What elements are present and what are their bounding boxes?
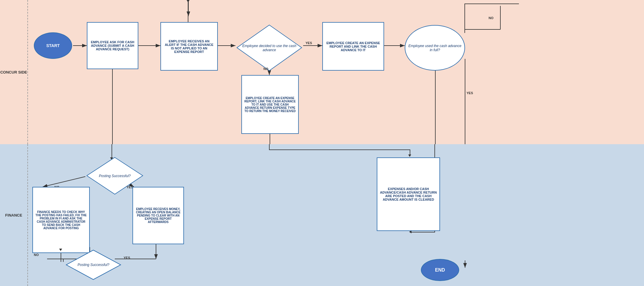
create-report-link-node: EMPLOYEE CREATE AN EXPENSE REPORT AND LI… [322, 22, 384, 71]
alert-not-applied-node: EMPLOYEE RECEIVES AN ALERT IF THE CASH A… [160, 22, 218, 71]
bottom-section: FINANCE [0, 144, 644, 286]
no-label-posting2: NO [34, 253, 39, 257]
no-label-1: NO [263, 67, 268, 71]
finance-check-node: FINANCE NEEDS TO CHECK WHY THE POSTING H… [32, 187, 90, 253]
arrowhead-top-indicator [187, 0, 190, 2]
decided-to-use-node: Employee decided to use the cash advance [235, 24, 303, 72]
line-return-down [270, 134, 270, 145]
yes-label-1: YES [306, 41, 312, 45]
top-section: CONCUR SIDE [0, 0, 644, 144]
top-arrows [0, 0, 644, 144]
yes-label-posting2: YES [124, 256, 130, 260]
employee-receives-money-node: EMPLOYEE RECEIVES MONEY, CREATING AN OPE… [132, 187, 184, 244]
end-node: END [421, 259, 459, 281]
line-finance-to-posting2 [61, 253, 61, 262]
line-from-return [269, 144, 270, 150]
line-yes-down [435, 71, 436, 145]
line-down-ask [112, 69, 113, 144]
line-horizontal-finance [269, 149, 410, 150]
create-report-return-node: EMPLOYEE CREATE AN EXPENSE REPORT, LINK … [241, 75, 299, 134]
svg-line-13 [43, 177, 85, 187]
employee-used-full-node: Employee used the cash advance in full? [405, 25, 465, 71]
arrowhead-posting2 [59, 249, 62, 251]
yes-label-posting1: YES [127, 185, 133, 189]
line-no-left [464, 4, 465, 33]
concur-side-label: CONCUR SIDE [0, 0, 28, 144]
no-label-top: NO [489, 16, 494, 20]
line-no-top [464, 4, 519, 4]
ask-cash-advance-node: EMPLOYEE ASK FOR CASH ADVANCE (SUBMIT A … [87, 22, 138, 69]
line-yes-horiz [411, 232, 435, 232]
posting-successful-2-node: Posting Successful? [65, 249, 122, 281]
diagram-container: CONCUR SIDE [0, 0, 644, 286]
start-node: START [34, 32, 72, 59]
arrowhead-expenses [408, 154, 411, 157]
finance-label: FINANCE [0, 144, 28, 286]
line-from-top [188, 0, 188, 22]
expenses-posted-node: EXPENSES AND/OR CASH ADVANCE/CASH ADVANC… [377, 157, 440, 231]
yes-label-right: YES [467, 91, 473, 95]
